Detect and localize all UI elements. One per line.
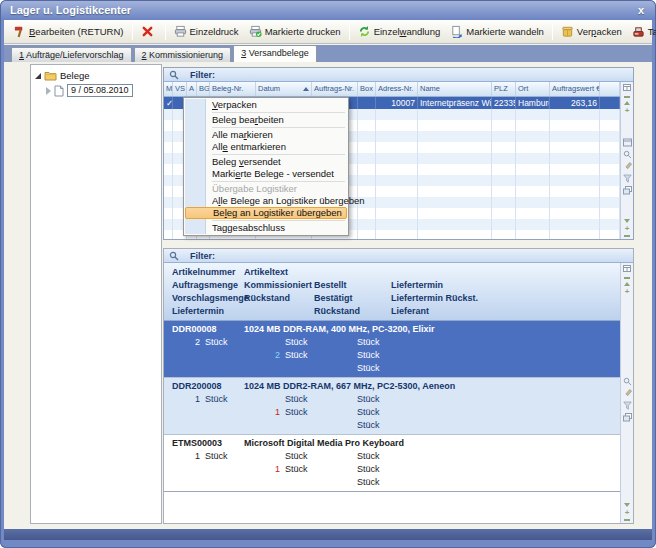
document-icon <box>54 85 64 97</box>
document-tree: Belege 9 / 05.08.2010 <box>30 64 162 524</box>
markierte-drucken-button[interactable]: Markierte drucken <box>244 23 346 40</box>
header-kommissioniert: Kommissioniert <box>244 279 314 292</box>
tab-versandbelege[interactable]: 3 Versandbelege <box>233 45 317 62</box>
column-header-filler <box>600 82 620 96</box>
windows-icon[interactable] <box>623 186 632 195</box>
scroll-bottom-icon[interactable] <box>624 519 630 521</box>
filter-label: Filter: <box>190 70 215 80</box>
position-group-ddr00008[interactable]: DDR00008 1024 MB DDR-RAM, 400 MHz, PC-32… <box>164 321 620 377</box>
context-menu: Verpacken Beleg bearbeiten Alle markiere… <box>183 97 349 236</box>
column-header-auftragswert[interactable]: Auftragswert € <box>550 82 600 96</box>
card-view-icon[interactable] <box>623 138 632 147</box>
tagesabschluss-button[interactable]: Tagesabschluss <box>627 23 656 40</box>
scroll-down-icon[interactable] <box>624 219 630 223</box>
toolbar-separator <box>552 24 553 40</box>
filter-bar[interactable]: Filter: <box>164 68 633 82</box>
markierte-wandeln-button[interactable]: Markierte wandeln <box>445 23 549 40</box>
column-header-bg[interactable]: BG <box>197 82 210 96</box>
scroll-up-icon[interactable] <box>624 101 630 105</box>
hammer-icon <box>13 25 26 38</box>
scroll-page-up-icon[interactable]: + <box>625 108 630 114</box>
collapsed-arrow-icon[interactable] <box>46 87 51 95</box>
header-liefertermin2: Liefertermin <box>172 305 244 318</box>
position-group-etms00003[interactable]: ETMS00003 Microsoft Digital Media Pro Ke… <box>164 434 620 491</box>
menu-item-tagesabschluss[interactable]: Taggesabschluss <box>185 222 347 234</box>
filter-icon[interactable] <box>623 174 632 183</box>
header-artikelnummer: Artikelnummer <box>172 266 244 279</box>
scroll-page-up-icon[interactable]: + <box>625 289 630 295</box>
search-icon[interactable] <box>623 377 632 386</box>
scroll-top-icon[interactable] <box>624 277 630 279</box>
column-header-plz[interactable]: PLZ <box>492 82 516 96</box>
column-header-datum[interactable]: Datum <box>256 82 312 96</box>
column-chooser-icon[interactable] <box>623 265 632 274</box>
menu-item-alle-entmarkieren[interactable]: Alle entmarkieren <box>185 141 347 153</box>
menu-item-alle-belege-an-logistiker[interactable]: Alle Belege an Logistiker übergeben <box>185 195 347 207</box>
column-header-box[interactable]: Box <box>358 82 376 96</box>
window-bottom-strip <box>4 529 652 540</box>
menu-item-uebergabe-logistiker[interactable]: Übergabe Logistiker <box>185 183 347 195</box>
menu-item-beleg-an-logistiker[interactable]: Beleg an Logistiker übergeben <box>185 207 347 219</box>
einzelwandlung-button[interactable]: Einzelwandlung <box>353 23 446 40</box>
table-header-row: M VS A BG Beleg-Nr. Datum Auftrags-Nr. B… <box>164 82 620 97</box>
artikelnummer: DDR00008 <box>172 323 244 336</box>
column-header-adress-nr[interactable]: Adress-Nr. <box>376 82 418 96</box>
menu-item-beleg-versendet[interactable]: Beleg versendet <box>185 156 347 168</box>
menu-separator <box>212 154 345 155</box>
column-header-vs[interactable]: VS <box>173 82 187 96</box>
position-group-ddr200008[interactable]: DDR200008 1024 MB DDR2-RAM, 667 MHz, PC2… <box>164 377 620 434</box>
tree-node-beleg-9[interactable]: 9 / 05.08.2010 <box>31 84 161 97</box>
app-window: Lager u. Logistikcenter x Bearbeiten (RE… <box>0 0 656 548</box>
menu-separator <box>212 181 345 182</box>
filter-icon[interactable] <box>623 401 632 410</box>
column-header-beleg-nr[interactable]: Beleg-Nr. <box>210 82 256 96</box>
scroll-page-down-icon[interactable]: + <box>625 226 630 232</box>
search-icon <box>169 70 179 80</box>
cell-ort: Hamburg <box>516 97 550 109</box>
tab-band: 1 Aufträge/Liefervorschlag 2 Kommissioni… <box>4 45 652 62</box>
toolbar-separator <box>165 24 166 40</box>
column-header-auftrags-nr[interactable]: Auftrags-Nr. <box>312 82 358 96</box>
edit-icon[interactable] <box>623 389 632 398</box>
positions-header: Artikelnummer Artikeltext Auftragsmenge … <box>164 263 620 321</box>
windows-icon[interactable] <box>623 413 632 422</box>
scroll-down-icon[interactable] <box>624 503 630 507</box>
bearbeiten-button[interactable]: Bearbeiten (RETURN) <box>8 23 129 40</box>
tree-node-belege[interactable]: Belege <box>31 70 161 81</box>
column-chooser-icon[interactable] <box>623 84 632 93</box>
till-icon <box>632 25 645 38</box>
header-rueckstand2: Rückstand <box>314 305 391 318</box>
menu-item-markierte-belege-versendet[interactable]: Markierte Belege - versendet <box>185 168 347 180</box>
header-vorschlagsmenge: Vorschlagsmenge <box>172 292 244 305</box>
einzeldruck-button[interactable]: Einzeldruck <box>169 23 244 40</box>
scroll-page-down-icon[interactable]: + <box>625 510 630 516</box>
tab-auftraege-liefervorschlag[interactable]: 1 Aufträge/Liefervorschlag <box>11 47 132 62</box>
cell-name: Internetpräsenz Wieland KG <box>418 97 492 109</box>
tree-node-label: Belege <box>60 70 90 81</box>
scroll-top-icon[interactable] <box>624 96 630 98</box>
column-header-ort[interactable]: Ort <box>516 82 550 96</box>
close-icon[interactable]: x <box>638 1 644 20</box>
marked-check-icon[interactable]: ✓ <box>164 97 173 109</box>
search-icon[interactable] <box>623 150 632 159</box>
tab-kommissionierung[interactable]: 2 Kommissionierung <box>134 47 232 62</box>
column-header-m[interactable]: M <box>164 82 173 96</box>
filter-label: Filter: <box>190 251 215 261</box>
toolbar-separator <box>349 24 350 40</box>
scroll-up-icon[interactable] <box>624 282 630 286</box>
menu-item-alle-markieren[interactable]: Alle markieren <box>185 129 347 141</box>
menu-item-beleg-bearbeiten[interactable]: Beleg bearbeiten <box>185 114 347 126</box>
expanded-arrow-icon[interactable] <box>35 73 41 79</box>
table-side-toolbar: + + <box>620 263 633 523</box>
menu-separator <box>212 112 345 113</box>
header-bestellt: Bestellt <box>314 279 391 292</box>
menu-item-verpacken[interactable]: Verpacken <box>185 99 347 111</box>
delete-button[interactable] <box>136 23 162 40</box>
header-auftragsmenge: Auftragsmenge <box>172 279 244 292</box>
scroll-bottom-icon[interactable] <box>624 235 630 237</box>
column-header-a[interactable]: A <box>187 82 197 96</box>
column-header-name[interactable]: Name <box>418 82 492 96</box>
edit-icon[interactable] <box>623 162 632 171</box>
verpacken-button[interactable]: Verpacken <box>556 23 627 40</box>
filter-bar[interactable]: Filter: <box>164 249 633 263</box>
